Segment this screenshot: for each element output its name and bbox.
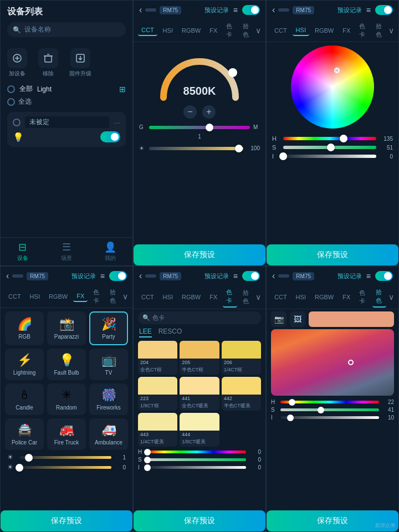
gallery-btn[interactable]: 🖼 bbox=[290, 311, 305, 327]
tab-colorcard-2[interactable]: 色卡 bbox=[356, 21, 370, 40]
tab-rgbw-2[interactable]: RGBW bbox=[311, 25, 337, 35]
tab-colorcard-5[interactable]: 色卡 bbox=[356, 287, 370, 307]
tab-hsi-5[interactable]: HSI bbox=[293, 292, 309, 302]
swatch-223[interactable]: 223 1/8CT框 bbox=[138, 377, 177, 411]
color-card-preset[interactable]: 预设记录 bbox=[204, 272, 229, 280]
color-tab-resco[interactable]: RESCO bbox=[158, 328, 182, 337]
gm-slider-track[interactable] bbox=[149, 126, 250, 129]
tab-hsi-4[interactable]: HSI bbox=[160, 292, 176, 302]
fx-speed-thumb[interactable] bbox=[25, 454, 33, 462]
tab-pickup-4[interactable]: 拾色 bbox=[239, 287, 253, 307]
nav-devices[interactable]: ⊟ 设备 bbox=[1, 241, 44, 262]
fx-preset-label[interactable]: 预设记录 bbox=[71, 272, 96, 280]
tab-cct-5[interactable]: CCT bbox=[271, 292, 290, 302]
tab-pickup-2[interactable]: 拾色 bbox=[372, 21, 386, 40]
fx-save-btn[interactable]: 保存预设 bbox=[1, 510, 132, 531]
tab-hsi-3[interactable]: HSI bbox=[27, 291, 43, 301]
cct-save-btn[interactable]: 保存预设 bbox=[134, 244, 265, 265]
ph-i-thumb[interactable] bbox=[287, 415, 294, 421]
tab-hsi-2[interactable]: HSI bbox=[293, 25, 309, 36]
tab-more-icon-5[interactable]: ∨ bbox=[388, 293, 394, 301]
tab-colorcard[interactable]: 色卡 bbox=[223, 21, 237, 40]
color-card-menu-icon[interactable]: ≡ bbox=[233, 272, 238, 280]
nav-scenes[interactable]: ☰ 场景 bbox=[44, 241, 88, 262]
ph-h-thumb[interactable] bbox=[289, 399, 295, 406]
cct-increase-btn[interactable]: + bbox=[202, 105, 216, 119]
hsi-save-btn[interactable]: 保存预设 bbox=[267, 244, 398, 265]
tab-fx-5[interactable]: FX bbox=[339, 292, 354, 302]
firmware-action[interactable]: 固件升级 bbox=[69, 48, 91, 78]
effect-fault-bulb[interactable]: 💡 Fault Bulb bbox=[47, 349, 86, 380]
remove-device-action[interactable]: 移除 bbox=[38, 48, 58, 78]
tab-more-icon-4[interactable]: ∨ bbox=[255, 293, 261, 301]
effect-party[interactable]: 🎉 Party bbox=[89, 311, 128, 345]
fx-speed-track[interactable] bbox=[19, 456, 111, 459]
cc-i-thumb[interactable] bbox=[144, 464, 151, 471]
tab-cct-3[interactable]: CCT bbox=[5, 291, 24, 301]
tab-fx[interactable]: FX bbox=[206, 25, 221, 35]
swatch-205[interactable]: 205 半色CT框 bbox=[180, 341, 219, 375]
filter-radio[interactable] bbox=[7, 85, 15, 93]
photo-preset-label[interactable]: 预设记录 bbox=[337, 272, 362, 280]
tab-colorcard-4[interactable]: 色卡 bbox=[223, 287, 237, 308]
fx-menu-icon[interactable]: ≡ bbox=[100, 272, 105, 280]
h-slider-track[interactable] bbox=[283, 137, 376, 140]
tab-fx-2[interactable]: FX bbox=[339, 25, 354, 35]
color-card-back-btn[interactable]: ‹ bbox=[139, 271, 142, 281]
tab-more-icon-3[interactable]: ∨ bbox=[122, 292, 128, 301]
tab-more-icon-2[interactable]: ∨ bbox=[388, 26, 394, 35]
fx-bright-track[interactable] bbox=[19, 466, 111, 469]
tab-pickup-3[interactable]: 拾色 bbox=[106, 287, 120, 306]
photo-power-toggle[interactable] bbox=[375, 271, 393, 281]
color-wheel[interactable] bbox=[291, 45, 374, 129]
device-radio[interactable] bbox=[13, 119, 21, 126]
tab-fx-3[interactable]: FX bbox=[73, 291, 88, 302]
tab-more-icon[interactable]: ∨ bbox=[255, 26, 261, 35]
h-slider-thumb[interactable] bbox=[340, 135, 347, 142]
fx-bright-thumb[interactable] bbox=[16, 464, 23, 472]
photo-menu-icon[interactable]: ≡ bbox=[366, 272, 371, 280]
tab-rgbw-3[interactable]: RGBW bbox=[45, 291, 71, 301]
brightness-slider-track[interactable] bbox=[149, 147, 243, 150]
tab-cct-4[interactable]: CCT bbox=[138, 292, 157, 302]
tab-cct-2[interactable]: CCT bbox=[271, 25, 290, 35]
device-search-bar[interactable]: 🔍 设备名称 bbox=[7, 22, 126, 37]
swatch-443[interactable]: 443 1/4CT暖美 bbox=[138, 413, 177, 447]
color-wheel-container[interactable] bbox=[291, 45, 374, 129]
effect-rgb[interactable]: 🌈 RGB bbox=[5, 311, 44, 345]
cc-s-track[interactable] bbox=[147, 458, 246, 461]
color-card-toggle[interactable] bbox=[242, 271, 260, 281]
tab-pickup-5[interactable]: 拾色 bbox=[372, 287, 386, 308]
cc-h-thumb[interactable] bbox=[144, 449, 151, 456]
color-tab-lee[interactable]: LEE bbox=[139, 328, 152, 337]
fx-power-toggle[interactable] bbox=[109, 271, 127, 281]
hsi-preset-label[interactable]: 预设记录 bbox=[337, 6, 362, 14]
swatch-444[interactable]: 444 1/8CT暖美 bbox=[180, 413, 219, 447]
photo-back-btn[interactable]: ‹ bbox=[272, 271, 275, 281]
tab-cct[interactable]: CCT bbox=[138, 25, 157, 36]
gm-slider-thumb[interactable] bbox=[206, 124, 213, 131]
swatch-441[interactable]: 441 全色CT暖美 bbox=[180, 377, 219, 411]
color-search-bar[interactable]: 🔍 色卡 bbox=[138, 311, 261, 324]
swatch-204[interactable]: 204 全色CT框 bbox=[138, 341, 177, 375]
s-slider-thumb[interactable] bbox=[327, 144, 335, 151]
ph-s-thumb[interactable] bbox=[318, 407, 324, 413]
tab-pickup[interactable]: 拾色 bbox=[239, 21, 253, 40]
cct-preset-label[interactable]: 预设记录 bbox=[204, 6, 229, 14]
tab-rgbw[interactable]: RGBW bbox=[178, 25, 204, 35]
cc-s-thumb[interactable] bbox=[144, 457, 151, 463]
effect-fireworks[interactable]: 🎆 Fireworks bbox=[89, 383, 128, 415]
filter-expand-icon[interactable]: ⊞ bbox=[119, 85, 126, 94]
i-slider-track[interactable] bbox=[283, 155, 376, 158]
effect-police-car[interactable]: 🚔 Police Car bbox=[5, 418, 44, 450]
effect-candle[interactable]: 🕯 Candle bbox=[5, 383, 44, 415]
hsi-menu-icon[interactable]: ≡ bbox=[366, 6, 371, 14]
brightness-slider-thumb[interactable] bbox=[235, 145, 243, 152]
s-slider-track[interactable] bbox=[283, 146, 376, 149]
i-slider-thumb[interactable] bbox=[279, 152, 287, 160]
effect-tv[interactable]: 📺 TV bbox=[89, 349, 128, 380]
cct-power-toggle[interactable] bbox=[242, 5, 260, 15]
effect-fire-truck[interactable]: 🚒 Fire Truck bbox=[47, 418, 86, 450]
cct-back-btn[interactable]: ‹ bbox=[139, 5, 142, 15]
effect-ambulance[interactable]: 🚑 Ambulance bbox=[89, 418, 128, 450]
